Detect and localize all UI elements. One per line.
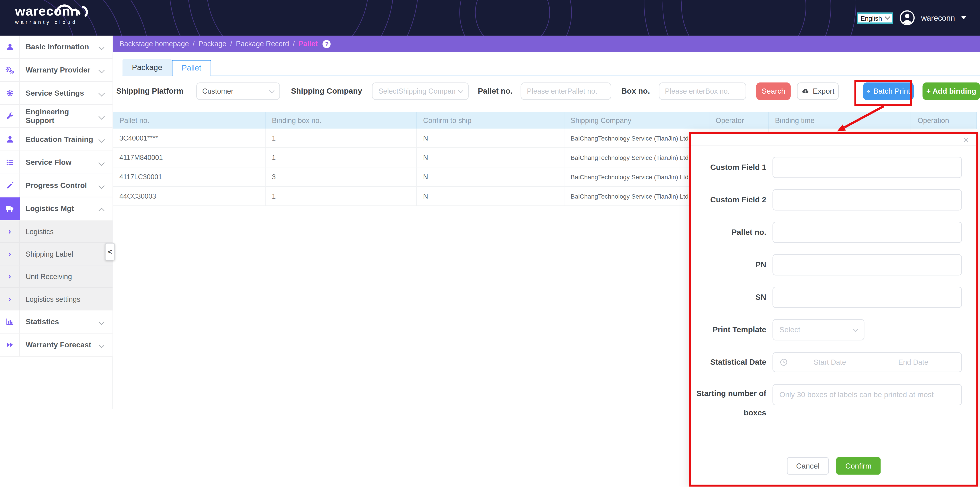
pallet-no-input[interactable] bbox=[521, 82, 611, 100]
column-header[interactable]: Confirm to ship bbox=[417, 112, 564, 129]
language-select[interactable]: English bbox=[857, 12, 893, 24]
sidebar-item-progress-control[interactable]: Progress Control bbox=[0, 174, 113, 197]
custom-field-1-input[interactable] bbox=[773, 157, 962, 178]
cogs-icon bbox=[0, 59, 20, 81]
sidebar-item-engineering-support[interactable]: Engineering Support bbox=[0, 105, 113, 128]
chevron-down-icon bbox=[99, 136, 105, 142]
sidebar-item-label: Warranty Provider bbox=[20, 59, 99, 81]
truck-icon bbox=[0, 197, 20, 220]
dialog-form: Custom Field 1 Custom Field 2 Pallet no.… bbox=[691, 146, 976, 423]
tab-package[interactable]: Package bbox=[123, 59, 172, 76]
sidebar-item-label: Statistics bbox=[20, 311, 99, 333]
column-header[interactable]: Binding time bbox=[769, 112, 911, 129]
sidebar-item-service-flow[interactable]: Service Flow bbox=[0, 151, 113, 174]
sidebar-subitem-logistics-settings[interactable]: › Logistics settings bbox=[0, 288, 113, 311]
confirm-to-ship-cell: N bbox=[417, 129, 564, 148]
sidebar-item-label: Engineering Support bbox=[20, 105, 99, 127]
sidebar-item-label: Service Settings bbox=[20, 82, 99, 104]
add-binding-button[interactable]: + Add binding bbox=[923, 82, 980, 100]
sidebar-item-warranty-forecast[interactable]: Warranty Forecast bbox=[0, 333, 113, 357]
pallet-no-cell: 44CC30003 bbox=[113, 187, 266, 205]
cloud-download-icon bbox=[802, 87, 810, 95]
shipping-company-select[interactable]: SelectShipping Company bbox=[372, 82, 469, 100]
batch-print-dialog: × Custom Field 1 Custom Field 2 Pallet n… bbox=[689, 132, 978, 487]
export-label: Export bbox=[813, 87, 834, 95]
column-header[interactable]: Operation bbox=[911, 112, 977, 129]
cloud-logo-icon bbox=[48, 0, 91, 19]
wave-decoration bbox=[169, 0, 418, 36]
sidebar-subitem-shipping-label[interactable]: › Shipping Label bbox=[0, 243, 113, 265]
search-button[interactable]: Search bbox=[756, 82, 791, 100]
sidebar-item-service-settings[interactable]: Service Settings bbox=[0, 82, 113, 105]
form-row-custom-field-1: Custom Field 1 bbox=[691, 157, 976, 178]
column-header[interactable]: Binding box no. bbox=[266, 112, 417, 129]
custom-field-2-input[interactable] bbox=[773, 189, 962, 210]
binding-box-no-cell: 1 bbox=[266, 129, 417, 148]
batch-print-label: Batch Print bbox=[873, 87, 910, 95]
batch-print-button[interactable]: Batch Print bbox=[863, 82, 914, 100]
sidebar-item-label: Basic Information bbox=[20, 36, 99, 58]
pn-input[interactable] bbox=[773, 254, 962, 275]
help-icon[interactable]: ? bbox=[323, 40, 331, 48]
sidebar-item-logistics-mgt[interactable]: Logistics Mgt bbox=[0, 197, 113, 220]
user-caret-icon[interactable] bbox=[961, 16, 966, 19]
tab-pallet[interactable]: Pallet bbox=[172, 60, 211, 76]
arrow-right-icon: › bbox=[0, 243, 20, 265]
sidebar-item-statistics[interactable]: Statistics bbox=[0, 311, 113, 333]
breadcrumb-link[interactable]: Package bbox=[199, 40, 226, 48]
wave-decoration bbox=[459, 0, 572, 36]
close-icon[interactable]: × bbox=[963, 135, 969, 144]
field-label: Pallet no. bbox=[691, 223, 772, 242]
dialog-buttons: Cancel Confirm bbox=[691, 457, 976, 475]
sidebar-subitem-logistics[interactable]: › Logistics bbox=[0, 220, 113, 243]
filter-bar: Shipping Platform Customer Shipping Comp… bbox=[116, 82, 980, 100]
list-icon bbox=[0, 151, 20, 174]
cancel-button[interactable]: Cancel bbox=[787, 457, 829, 475]
sidebar-item-basic-information[interactable]: Basic Information bbox=[0, 36, 113, 59]
form-row-starting-number: Starting number of boxes bbox=[691, 384, 976, 423]
confirm-to-ship-cell: N bbox=[417, 148, 564, 167]
sidebar-item-label: Service Flow bbox=[20, 151, 99, 174]
dialog-pallet-no-input[interactable] bbox=[773, 222, 962, 243]
chevron-down-icon bbox=[99, 182, 105, 189]
chevron-down-icon bbox=[99, 319, 105, 325]
user-icon bbox=[0, 36, 20, 58]
sn-input[interactable] bbox=[773, 287, 962, 308]
column-header[interactable]: Shipping Company bbox=[564, 112, 710, 129]
column-header[interactable]: Pallet no. bbox=[113, 112, 266, 129]
field-label: SN bbox=[691, 287, 772, 307]
user-menu[interactable]: wareconn bbox=[921, 13, 955, 22]
breadcrumb-link[interactable]: Package Record bbox=[236, 40, 289, 48]
chevron-down-icon bbox=[885, 14, 890, 19]
sidebar-subitem-label: Unit Receiving bbox=[20, 265, 113, 287]
chevron-up-icon bbox=[99, 208, 105, 214]
statistical-date-range-input[interactable]: Start Date End Date bbox=[773, 352, 962, 372]
shipping-company-cell: BaiChangTechnology Service (TianJin) Ltd… bbox=[564, 187, 710, 205]
sidebar-subitem-label: Logistics settings bbox=[20, 288, 113, 310]
avatar[interactable] bbox=[899, 10, 915, 25]
tab-bar: Package Pallet bbox=[123, 59, 980, 76]
sidebar-item-warranty-provider[interactable]: Warranty Provider bbox=[0, 59, 113, 82]
arrow-right-icon: › bbox=[0, 220, 20, 242]
pallet-no-cell: 4117M840001 bbox=[113, 148, 266, 167]
export-button[interactable]: Export bbox=[797, 82, 839, 100]
wareconn-logo[interactable]: wareconn warranty cloud bbox=[15, 4, 79, 25]
box-no-input[interactable] bbox=[659, 82, 746, 100]
sidebar-item-education-training[interactable]: Education Training bbox=[0, 128, 113, 151]
confirm-button[interactable]: Confirm bbox=[836, 457, 881, 475]
pencil-icon bbox=[0, 174, 20, 197]
shipping-platform-select[interactable]: Customer bbox=[196, 82, 280, 100]
field-label: Statistical Date bbox=[691, 352, 772, 372]
sidebar-subitem-label: Shipping Label bbox=[20, 243, 113, 265]
logo-subtitle: warranty cloud bbox=[15, 19, 79, 25]
sidebar-collapse-handle[interactable]: < bbox=[105, 243, 115, 261]
starting-number-input[interactable] bbox=[773, 384, 962, 405]
breadcrumb-link[interactable]: Backstage homepage bbox=[119, 40, 189, 48]
chevron-down-icon bbox=[99, 113, 105, 119]
print-template-select[interactable]: Select bbox=[773, 319, 864, 340]
arrow-right-icon: › bbox=[0, 265, 20, 287]
print-template-placeholder: Select bbox=[779, 325, 800, 334]
column-header[interactable]: Operator bbox=[710, 112, 769, 129]
sidebar-subitem-unit-receiving[interactable]: › Unit Receiving bbox=[0, 265, 113, 288]
binding-box-no-cell: 3 bbox=[266, 167, 417, 186]
